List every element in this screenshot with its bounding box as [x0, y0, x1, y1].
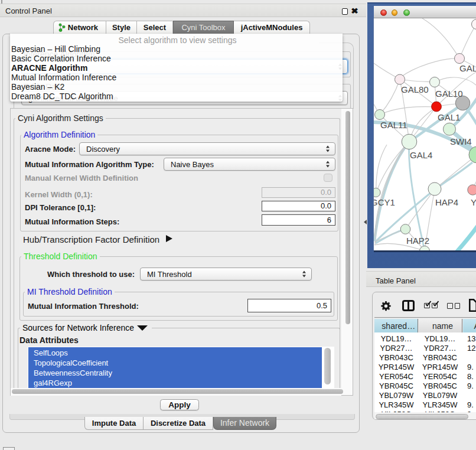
- svg-text:GAL1: GAL1: [438, 112, 460, 122]
- svg-text:SWI4: SWI4: [450, 136, 472, 146]
- svg-text:GAL10: GAL10: [435, 89, 463, 99]
- svg-text:GAL80: GAL80: [401, 84, 429, 94]
- svg-text:GAL11: GAL11: [380, 120, 407, 130]
- svg-text:HAP2: HAP2: [406, 236, 429, 246]
- svg-text:GAL7: GAL7: [459, 63, 476, 73]
- svg-text:YD: YD: [471, 197, 476, 207]
- svg-text:GAL4: GAL4: [410, 150, 432, 160]
- svg-text:HAP4: HAP4: [435, 197, 458, 207]
- svg-text:GCY1: GCY1: [374, 197, 395, 207]
